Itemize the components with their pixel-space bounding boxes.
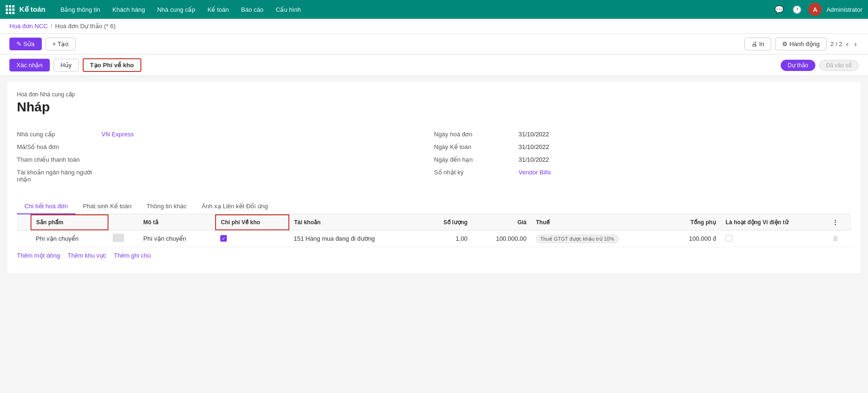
bank-account-label: Tài khoản ngân hàng người nhận — [17, 169, 101, 183]
form-fields: Nhà cung cấp VN Express Mã/Số hoá đơn Th… — [17, 124, 851, 189]
accounting-date-value[interactable]: 31/10/2022 — [519, 143, 851, 150]
breadcrumb-separator: / — [51, 23, 53, 30]
invoice-code-row: Mã/Số hoá đơn — [17, 141, 434, 153]
menu-item-accounting[interactable]: Kế toán — [202, 3, 235, 16]
tab-mapping[interactable]: Ánh xạ Liên kết Đối ứng — [194, 199, 275, 214]
col-description: Mô tả — [139, 215, 216, 230]
edit-button[interactable]: ✎ Sửa — [9, 38, 42, 50]
cell-total: 100.000 đ — [667, 230, 721, 247]
pagination-text: 2 / 2 — [830, 40, 842, 47]
cell-account[interactable]: 151 Hàng mua đang đi đường — [289, 230, 423, 247]
cell-price[interactable]: 100.000,00 — [472, 230, 531, 247]
menu-item-customers[interactable]: Khách hàng — [107, 3, 150, 16]
invoice-table: Sản phẩm Mô tả Chi phí Về kho Tài khoản … — [17, 214, 851, 247]
cell-delete[interactable]: 🗑 — [828, 230, 851, 247]
cell-ewallet[interactable] — [721, 230, 828, 247]
messages-icon[interactable]: 💬 — [773, 3, 786, 16]
col-product-img — [108, 215, 139, 230]
breadcrumb-parent[interactable]: Hoá đơn NCC — [9, 23, 48, 30]
cell-qty[interactable]: 1,00 — [423, 230, 472, 247]
create-button[interactable]: + Tạo — [46, 38, 76, 50]
confirm-button[interactable]: Xác nhận — [9, 59, 50, 71]
topnav-menu: Bảng thông tin Khách hàng Nhà cung cấp K… — [55, 3, 773, 16]
tab-accounting[interactable]: Phát sinh Kế toán — [76, 199, 139, 214]
invoice-date-row: Ngày hoá đơn 31/10/2022 — [434, 128, 851, 141]
ewallet-checkbox[interactable] — [726, 235, 732, 242]
col-ewallet: Là hoạt động Ví điện tử — [721, 215, 828, 230]
supplier-value[interactable]: VN Express — [101, 131, 434, 138]
print-button[interactable]: 🖨 In — [744, 38, 771, 50]
app-name: Kế toán — [19, 5, 46, 14]
add-section-link[interactable]: Thêm khu vực — [68, 252, 106, 259]
action-button[interactable]: ⚙ Hành động — [775, 38, 827, 50]
row-num — [17, 230, 31, 247]
menu-item-config[interactable]: Cấu hình — [270, 3, 307, 16]
col-price: Giá — [472, 215, 531, 230]
payment-ref-row: Tham chiếu thanh toán — [17, 153, 434, 166]
table-header-row: Sản phẩm Mô tả Chi phí Về kho Tài khoản … — [17, 215, 851, 230]
action-bar: ✎ Sửa + Tạo 🖨 In ⚙ Hành động 2 / 2 ‹ › — [0, 34, 868, 55]
accounting-date-row: Ngày Kế toán 31/10/2022 — [434, 141, 851, 153]
table-row: Phí vận chuyển Phí vận chuyển 151 Hàng m… — [17, 230, 851, 247]
status-draft-button[interactable]: Dự thảo — [781, 60, 815, 71]
add-note-link[interactable]: Thêm ghi chú — [114, 252, 151, 259]
menu-item-reports[interactable]: Báo cáo — [235, 3, 269, 16]
app-logo[interactable]: Kế toán — [6, 5, 46, 14]
topnav: Kế toán Bảng thông tin Khách hàng Nhà cu… — [0, 0, 868, 19]
grid-icon — [6, 5, 15, 14]
cell-tax[interactable]: Thuế GTGT được khấu trừ 10% — [531, 230, 667, 247]
col-num — [17, 215, 31, 230]
pagination-next[interactable]: › — [852, 39, 859, 49]
due-date-value[interactable]: 31/10/2022 — [519, 156, 851, 163]
invoice-date-value[interactable]: 31/10/2022 — [519, 131, 851, 138]
cell-fee[interactable] — [216, 230, 289, 247]
fee-checkbox[interactable] — [220, 235, 227, 242]
journal-row: Số nhật ký Vendor Bills — [434, 166, 851, 179]
tab-invoice-detail[interactable]: Chi tiết hoá đơn — [17, 199, 76, 214]
cancel-button[interactable]: Hủy — [54, 59, 79, 71]
col-fee: Chi phí Về kho — [216, 215, 289, 230]
menu-item-dashboard[interactable]: Bảng thông tin — [55, 3, 106, 16]
col-total: Tổng phụ — [667, 215, 721, 230]
due-date-label: Ngày đến hạn — [434, 156, 519, 163]
form-title: Nháp — [17, 100, 851, 115]
table-footer: Thêm một dòng Thêm khu vực Thêm ghi chú — [17, 247, 851, 264]
cell-product[interactable]: Phí vận chuyển — [31, 230, 108, 247]
journal-value[interactable]: Vendor Bills — [519, 169, 851, 176]
journal-label: Số nhật ký — [434, 169, 519, 176]
invoice-code-label: Mã/Số hoá đơn — [17, 143, 101, 150]
invoice-date-label: Ngày hoá đơn — [434, 131, 519, 138]
breadcrumb-current: Hoá đơn Dự thảo (* 6) — [55, 23, 116, 30]
delete-icon[interactable]: 🗑 — [832, 235, 839, 242]
supplier-label: Nhà cung cấp — [17, 131, 101, 138]
create-fee-button[interactable]: Tạo Phí về kho — [83, 58, 141, 72]
add-line-link[interactable]: Thêm một dòng — [17, 252, 60, 259]
form-subtitle: Hoá đơn Nhà cung cấp — [17, 91, 851, 98]
form-left: Nhà cung cấp VN Express Mã/Số hoá đơn Th… — [17, 124, 434, 189]
pagination-prev[interactable]: ‹ — [844, 39, 850, 49]
menu-item-suppliers[interactable]: Nhà cung cấp — [152, 3, 201, 16]
topnav-right: 💬 🕐 A Administrator — [773, 3, 862, 16]
bank-account-row: Tài khoản ngân hàng người nhận — [17, 166, 434, 186]
tab-other-info[interactable]: Thông tin khác — [139, 199, 194, 214]
clock-icon[interactable]: 🕐 — [790, 3, 804, 16]
tabs: Chi tiết hoá đơn Phát sinh Kế toán Thông… — [17, 199, 851, 214]
tax-badge: Thuế GTGT được khấu trừ 10% — [536, 235, 619, 243]
product-image — [113, 234, 124, 242]
cell-description[interactable]: Phí vận chuyển — [139, 230, 216, 247]
col-qty: Số lượng — [423, 215, 472, 230]
accounting-date-label: Ngày Kế toán — [434, 143, 519, 150]
username: Administrator — [826, 6, 862, 13]
payment-ref-label: Tham chiếu thanh toán — [17, 156, 101, 163]
cell-product-img — [108, 230, 139, 247]
col-account: Tài khoản — [289, 215, 423, 230]
col-tax: Thuế — [531, 215, 667, 230]
status-bar: Xác nhận Hủy Tạo Phí về kho Dự thảo Đã v… — [0, 55, 868, 76]
main-content: Hoá đơn Nhà cung cấp Nháp Nhà cung cấp V… — [8, 82, 860, 273]
col-actions-header: ⋮ — [828, 215, 851, 230]
status-posted-button[interactable]: Đã vào sổ — [819, 60, 859, 71]
pagination: 2 / 2 ‹ › — [830, 39, 859, 49]
avatar[interactable]: A — [808, 3, 822, 16]
supplier-row: Nhà cung cấp VN Express — [17, 128, 434, 141]
due-date-row: Ngày đến hạn 31/10/2022 — [434, 153, 851, 166]
